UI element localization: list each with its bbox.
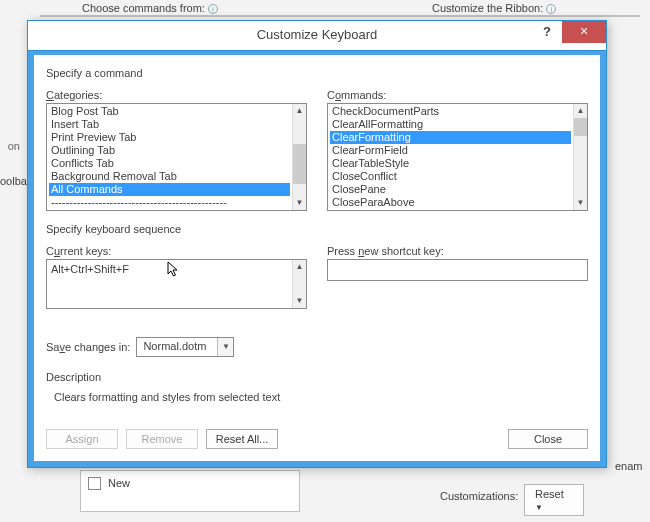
bg-divider [40, 15, 640, 17]
close-button[interactable]: Close [508, 429, 588, 449]
help-button[interactable]: ? [532, 21, 562, 43]
scroll-down-icon[interactable]: ▼ [293, 294, 306, 308]
scrollbar[interactable]: ▲ ▼ [292, 260, 306, 308]
command-item[interactable]: ClearFormField [330, 144, 571, 157]
save-changes-label: Save changes in: [46, 341, 130, 353]
bg-fragment-oolba: oolba [0, 175, 27, 187]
command-item[interactable]: ClearAllFormatting [330, 118, 571, 131]
current-keys-value: Alt+Ctrl+Shift+F [47, 260, 306, 278]
scroll-thumb[interactable] [293, 144, 306, 184]
category-item[interactable]: All Commands [49, 183, 290, 196]
save-changes-value: Normal.dotm [137, 338, 217, 356]
command-item[interactable]: ClosePane [330, 183, 571, 196]
scroll-up-icon[interactable]: ▲ [574, 104, 587, 118]
bg-fragment-on: on [0, 140, 20, 152]
specify-sequence-label: Specify keyboard sequence [46, 223, 588, 235]
category-item[interactable]: Blog Post Tab [49, 105, 290, 118]
scroll-down-icon[interactable]: ▼ [574, 196, 587, 210]
specify-command-label: Specify a command [46, 67, 588, 79]
customize-keyboard-dialog: Customize Keyboard ? × Specify a command… [27, 20, 607, 468]
description-label: Description [46, 371, 588, 383]
commands-label: Commands: [327, 89, 588, 101]
category-item[interactable]: Insert Tab [49, 118, 290, 131]
category-item[interactable]: Print Preview Tab [49, 131, 290, 144]
new-shortcut-input[interactable] [327, 259, 588, 281]
categories-listbox[interactable]: Blog Post TabInsert TabPrint Preview Tab… [46, 103, 307, 211]
bg-choose-commands-label: Choose commands from:i [82, 2, 218, 14]
description-text: Clears formatting and styles from select… [54, 391, 588, 403]
category-item[interactable]: Outlining Tab [49, 144, 290, 157]
bg-fragment-enam: enam [615, 460, 643, 472]
command-item[interactable]: CheckDocumentParts [330, 105, 571, 118]
chevron-down-icon[interactable]: ▼ [217, 338, 233, 356]
scroll-up-icon[interactable]: ▲ [293, 104, 306, 118]
category-item[interactable]: ----------------------------------------… [49, 196, 290, 209]
bg-customizations-label: Customizations: [440, 490, 518, 502]
assign-button[interactable]: Assign [46, 429, 118, 449]
bg-reset-button[interactable]: Reset ▼ [524, 484, 584, 516]
scroll-thumb[interactable] [574, 118, 587, 136]
bg-customize-ribbon-label: Customize the Ribbon:i [432, 2, 556, 14]
command-item[interactable]: ClearFormatting [330, 131, 571, 144]
current-keys-listbox[interactable]: Alt+Ctrl+Shift+F ▲ ▼ [46, 259, 307, 309]
info-icon: i [546, 4, 556, 14]
dialog-body: Specify a command Categories: Blog Post … [28, 51, 606, 467]
info-icon: i [208, 4, 218, 14]
scrollbar[interactable]: ▲ ▼ [573, 104, 587, 210]
scrollbar[interactable]: ▲ ▼ [292, 104, 306, 210]
command-item[interactable]: ClearTableStyle [330, 157, 571, 170]
commands-listbox[interactable]: CheckDocumentPartsClearAllFormattingClea… [327, 103, 588, 211]
close-icon[interactable]: × [562, 21, 606, 43]
reset-all-button[interactable]: Reset All... [206, 429, 278, 449]
remove-button[interactable]: Remove [126, 429, 198, 449]
bg-checkbox[interactable] [88, 477, 101, 490]
save-changes-combo[interactable]: Normal.dotm ▼ [136, 337, 234, 357]
scroll-down-icon[interactable]: ▼ [293, 196, 306, 210]
press-new-key-label: Press new shortcut key: [327, 245, 588, 257]
titlebar: Customize Keyboard ? × [28, 21, 606, 51]
categories-label: Categories: [46, 89, 307, 101]
command-item[interactable]: CloseConflict [330, 170, 571, 183]
current-keys-label: Current keys: [46, 245, 307, 257]
category-item[interactable]: Conflicts Tab [49, 157, 290, 170]
scroll-up-icon[interactable]: ▲ [293, 260, 306, 274]
dialog-title: Customize Keyboard [28, 27, 606, 42]
bg-new-label: New [108, 477, 130, 489]
category-item[interactable]: Background Removal Tab [49, 170, 290, 183]
command-item[interactable]: CloseParaAbove [330, 196, 571, 209]
